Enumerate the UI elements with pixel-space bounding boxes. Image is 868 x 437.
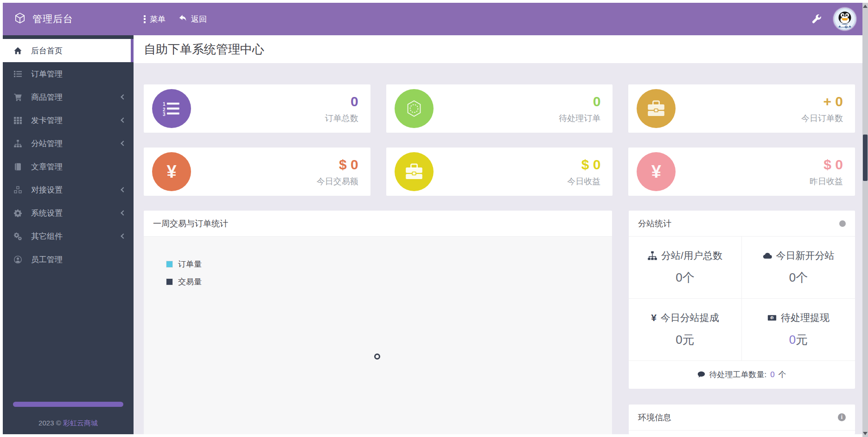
admin-dashboard: 管理后台 菜单 返回 — [0, 0, 868, 437]
info-icon[interactable]: i — [838, 413, 846, 421]
menu-toggle[interactable]: 菜单 — [144, 14, 166, 25]
sidebar-item-home[interactable]: 后台首页 — [3, 39, 134, 62]
ellipsis-v-icon — [144, 15, 146, 23]
svg-text:1: 1 — [163, 102, 166, 107]
grid-icon — [14, 116, 23, 124]
list-ol-icon: 123 — [152, 89, 191, 128]
ticket-label: 待处理工单数量: — [709, 369, 766, 380]
stat-card-today-orders: + 0 今日订单数 — [628, 84, 855, 133]
copyright-year: 2023 © — [38, 419, 63, 427]
topbar: 管理后台 菜单 返回 — [3, 3, 862, 35]
scrollbar-thumb[interactable] — [863, 135, 868, 181]
brand-link[interactable]: 彩虹云商城 — [63, 419, 98, 427]
stat-label: 今日交易额 — [317, 176, 358, 187]
stat-value: $ 0 — [567, 157, 600, 172]
sidebar-item-label: 发卡管理 — [31, 115, 63, 126]
cell-title-text: 分站/用户总数 — [661, 249, 722, 262]
ticket-count-link[interactable]: 0 — [770, 370, 774, 379]
user-avatar[interactable] — [834, 8, 856, 30]
main-area: 自助下单系统管理中心 123 0 订单总数 — [134, 35, 862, 434]
sidebar-item-label: 分站管理 — [31, 138, 63, 149]
withdrawal-count-link[interactable]: 0 — [789, 333, 796, 347]
scroll-up-arrow[interactable] — [863, 5, 868, 8]
yen-icon: ¥ — [152, 152, 191, 191]
stat-label: 待处理订单 — [559, 113, 600, 124]
sidebar-item-label: 后台首页 — [31, 45, 63, 56]
sidebar-item-staff[interactable]: 员工管理 — [3, 248, 134, 271]
loading-dot-icon — [839, 220, 846, 227]
wrench-icon[interactable] — [811, 14, 822, 24]
yen-icon: ¥ — [637, 152, 676, 191]
legend-swatch — [166, 261, 173, 268]
money-bill-icon: 0 — [767, 313, 777, 322]
briefcase-icon — [395, 152, 434, 191]
book-icon — [14, 163, 23, 171]
legend-label: 订单量 — [178, 259, 202, 270]
sidebar-item-system[interactable]: 系统设置 — [3, 201, 134, 225]
cell-value: 0个 — [789, 270, 808, 286]
cell-title-text: 今日新开分站 — [776, 249, 835, 262]
stat-card-total-orders: 123 0 订单总数 — [144, 84, 370, 133]
legend-label: 交易量 — [178, 276, 202, 287]
back-button[interactable]: 返回 — [179, 14, 207, 25]
cell-substation-commission: ¥ 今日分站提成 0元 — [629, 299, 742, 361]
stat-card-pending-orders: 0 待处理订单 — [386, 84, 613, 133]
env-panel-title: 环境信息 — [638, 412, 671, 423]
sidebar-item-label: 文章管理 — [31, 161, 63, 172]
sidebar-item-label: 订单管理 — [31, 69, 63, 79]
stat-value: + 0 — [801, 94, 843, 109]
copyright: 2023 © 彩虹云商城 — [3, 419, 134, 434]
substation-panel-title: 分站统计 — [638, 218, 671, 229]
sidebar-item-label: 商品管理 — [31, 92, 63, 103]
stat-label: 订单总数 — [325, 113, 358, 124]
content: 123 0 订单总数 0 — [134, 63, 862, 434]
title-bar: 自助下单系统管理中心 — [134, 35, 862, 63]
briefcase-icon — [637, 89, 676, 128]
sidebar-item-orders[interactable]: 订单管理 — [3, 62, 134, 85]
cell-title-text: 今日分站提成 — [661, 311, 719, 324]
svg-text:3: 3 — [163, 112, 166, 116]
chevron-left-icon — [121, 210, 126, 215]
legend-item-orders[interactable]: 订单量 — [166, 259, 612, 270]
sidebar-item-integration[interactable]: 对接设置 — [3, 178, 134, 201]
cell-title-text: 待处理提现 — [781, 311, 830, 324]
ticket-unit: 个 — [779, 369, 786, 380]
chevron-left-icon — [121, 141, 126, 146]
undo-arrow-icon — [179, 14, 187, 24]
scroll-down-arrow[interactable] — [863, 432, 868, 435]
chart-loading-spinner — [374, 353, 380, 360]
legend-item-volume[interactable]: 交易量 — [166, 276, 612, 287]
sidebar-item-label: 员工管理 — [31, 254, 63, 265]
sidebar-item-label: 对接设置 — [31, 185, 63, 195]
stat-label: 今日收益 — [567, 176, 600, 187]
stat-value: $ 0 — [317, 157, 358, 172]
vertical-scrollbar[interactable] — [862, 3, 868, 437]
stat-card-today-volume: ¥ $ 0 今日交易额 — [144, 148, 370, 196]
cube-logo-icon — [14, 12, 26, 26]
weekly-chart-panel: 一周交易与订单统计 订单量 交易量 — [144, 211, 612, 434]
substation-stats-panel: 分站统计 分站/用户总数 0个 — [629, 211, 855, 389]
sidebar-item-substations[interactable]: 分站管理 — [3, 132, 134, 155]
sidebar-item-components[interactable]: 其它组件 — [3, 225, 134, 248]
sidebar-footer: 2023 © 彩虹云商城 — [3, 402, 134, 434]
sidebar-item-cards[interactable]: 发卡管理 — [3, 109, 134, 132]
brand[interactable]: 管理后台 — [3, 12, 134, 26]
gears-icon — [14, 232, 23, 240]
back-label: 返回 — [191, 14, 207, 25]
gear-icon — [14, 209, 23, 217]
sidebar-footer-bar — [13, 402, 123, 407]
home-icon — [14, 47, 23, 55]
cell-pending-withdrawal: 0 待处理提现 0元 — [742, 299, 855, 361]
legend-swatch — [166, 278, 173, 285]
comment-icon — [697, 371, 705, 379]
chevron-left-icon — [121, 233, 126, 238]
stat-value: $ 0 — [810, 157, 843, 172]
sitemap-icon — [14, 140, 23, 148]
chevron-left-icon — [121, 94, 126, 99]
cloud-icon — [763, 251, 772, 260]
cell-value: 0元 — [789, 332, 808, 348]
sidebar-item-articles[interactable]: 文章管理 — [3, 155, 134, 178]
sidebar-item-products[interactable]: 商品管理 — [3, 85, 134, 109]
sidebar: 后台首页 订单管理 商品管理 — [3, 35, 134, 434]
stat-card-today-profit: $ 0 今日收益 — [386, 148, 613, 196]
